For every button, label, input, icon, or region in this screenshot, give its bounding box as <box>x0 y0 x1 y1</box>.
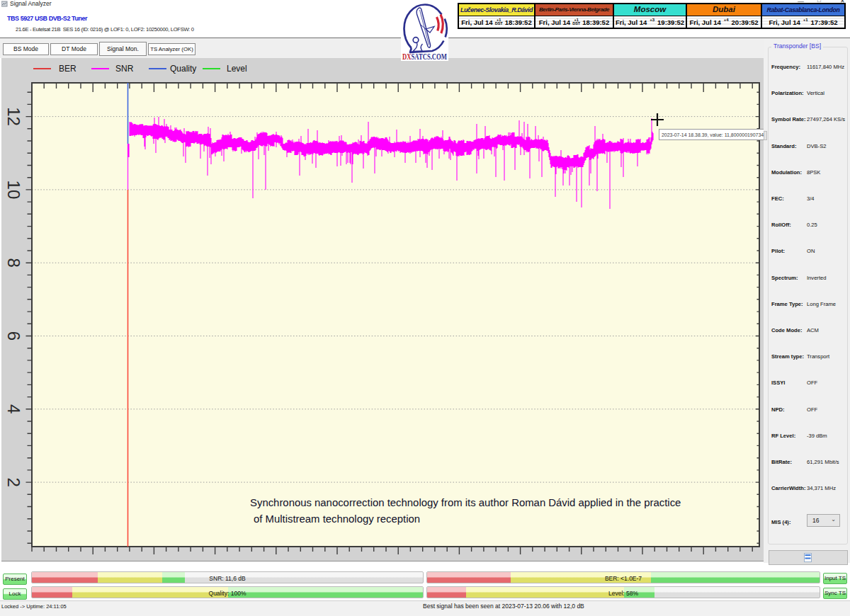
svg-text:of Multistream technology rece: of Multistream technology reception <box>254 513 420 525</box>
svg-text:Synchronous nanocorrection tec: Synchronous nanocorrection technology fr… <box>250 497 681 508</box>
svg-text:4: 4 <box>4 404 23 413</box>
svg-text:8: 8 <box>4 258 23 268</box>
svg-text:2023-07-14 18.38.39, value: 11: 2023-07-14 18.38.39, value: 11,800000190… <box>662 132 764 138</box>
svg-text:12: 12 <box>4 107 23 126</box>
svg-text:10: 10 <box>4 181 23 200</box>
svg-text:6: 6 <box>4 331 23 341</box>
svg-text:2: 2 <box>4 477 23 486</box>
svg-text:DXSATCS.COM: DXSATCS.COM <box>402 52 447 61</box>
